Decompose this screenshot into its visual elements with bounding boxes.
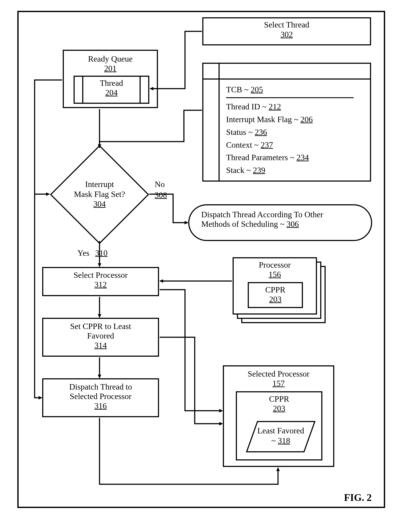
selected-processor-box: Selected Processor 157 CPPR 203 Least Fa… [223,365,334,467]
tcb-row: Context ~ 237 [226,139,354,151]
figure-label: FIG. 2 [344,492,372,503]
cppr-ref: 203 [249,294,302,304]
least-favored-line2-wrap: ~ 318 [245,436,316,446]
tcb-title: TCB ~ 205 [226,83,354,96]
dispatch-selected-line1: Dispatch Thread to [43,382,158,391]
select-thread-label: Select Thread [203,20,370,30]
selected-processor-label: Selected Processor [224,369,333,379]
selected-cppr-label: CPPR [237,394,321,404]
select-processor-ref: 312 [43,280,158,289]
least-favored-ref: 318 [278,436,290,445]
dispatch-other-line2: Methods of Scheduling ~ [201,219,286,228]
thread-box: Thread 204 [74,76,149,104]
decision-line2: Mask Flag Set? [50,189,149,199]
tcb-row-prefix: Interrupt Mask Flag ~ [226,115,301,124]
no-label: No [155,180,165,189]
cppr-box: CPPR 203 [248,282,303,308]
dispatch-selected-line2: Selected Processor [43,391,158,401]
thread-ref: 204 [83,88,140,97]
tcb-row-prefix: Thread Parameters ~ [226,153,296,162]
set-cppr-ref: 314 [43,341,158,350]
least-favored-parallelogram: Least Favored ~ 318 [245,420,316,453]
cppr-label: CPPR [249,285,302,294]
tcb-row: Interrupt Mask Flag ~ 206 [226,113,354,126]
tcb-row: Thread Parameters ~ 234 [226,151,354,164]
thread-label: Thread [83,78,140,88]
ready-queue-label: Ready Queue [64,54,157,64]
dispatch-other-line2-wrap: Methods of Scheduling ~ 306 [201,219,359,229]
processor-label: Processor [234,260,316,270]
least-favored-line1: Least Favored [245,426,316,436]
tcb-row: Thread ID ~ 212 [226,100,354,113]
dispatch-selected-box: Dispatch Thread to Selected Processor 31… [42,378,159,417]
yes-label: Yes [78,248,89,258]
tcb-row-ref: 234 [296,153,309,162]
dispatch-selected-ref: 316 [43,401,158,410]
select-thread-box: Select Thread 302 [202,17,371,45]
selected-cppr-box: CPPR 203 Least Favored ~ 318 [236,391,322,460]
yes-ref: 310 [95,248,107,258]
tcb-row-prefix: Status ~ [226,128,255,137]
set-cppr-line2: Favored [43,331,158,341]
tcb-row-ref: 239 [253,166,265,175]
set-cppr-line1: Set CPPR to Least [43,322,158,331]
tcb-row: Stack ~ 239 [226,164,354,177]
selected-processor-ref: 157 [224,379,333,388]
tcb-title-prefix: TCB ~ [226,85,251,94]
selected-cppr-ref: 203 [237,404,321,413]
no-ref: 308 [155,190,167,200]
dispatch-other-oval: Dispatch Thread According To Other Metho… [188,204,372,241]
decision-diamond: Interrupt Mask Flag Set? 304 [50,148,149,241]
select-processor-label: Select Processor [43,270,158,280]
tcb-row-ref: 206 [301,115,313,124]
dispatch-other-line1: Dispatch Thread According To Other [201,210,359,219]
least-favored-prefix: ~ [271,436,278,445]
tcb-box: TCB ~ 205 Thread ID ~ 212 Interrupt Mask… [202,63,371,181]
tcb-title-ref: 205 [251,85,263,94]
tcb-row-ref: 237 [261,140,273,149]
select-thread-ref: 302 [203,30,370,39]
tcb-row: Status ~ 236 [226,126,354,139]
tcb-row-prefix: Thread ID ~ [226,102,269,111]
ready-queue-box: Ready Queue 201 Thread 204 [63,50,158,108]
tcb-row-prefix: Context ~ [226,140,261,149]
tcb-row-ref: 212 [269,102,281,111]
processor-box: Processor 156 CPPR 203 [233,257,317,314]
decision-line1: Interrupt [50,180,149,189]
ready-queue-ref: 201 [64,64,157,73]
dispatch-other-ref: 306 [286,219,299,228]
decision-ref: 304 [50,199,149,209]
processor-ref: 156 [234,270,316,279]
select-processor-box: Select Processor 312 [42,267,159,296]
set-cppr-box: Set CPPR to Least Favored 314 [42,318,159,357]
tcb-row-prefix: Stack ~ [226,166,253,175]
tcb-row-ref: 236 [255,128,267,137]
